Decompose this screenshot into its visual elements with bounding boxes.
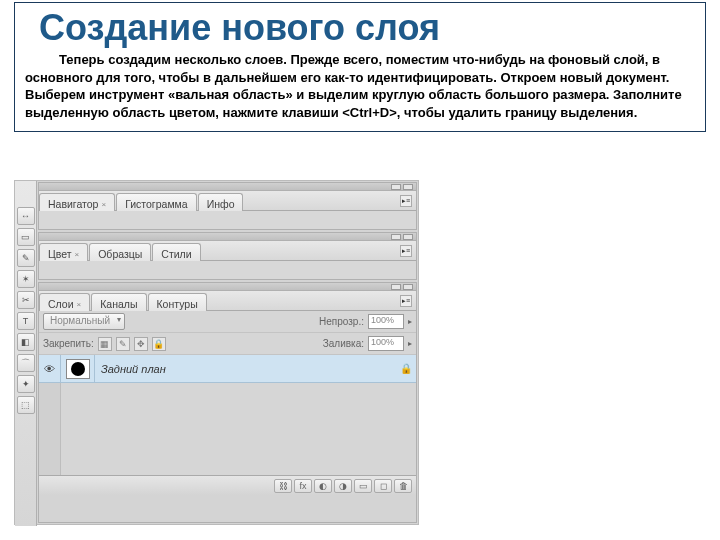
link-layers-icon[interactable]: ⛓ bbox=[274, 479, 292, 493]
adjustment-layer-icon[interactable]: ◑ bbox=[334, 479, 352, 493]
tab-navigator[interactable]: Навигатор× bbox=[39, 193, 115, 211]
close-icon[interactable] bbox=[403, 284, 413, 290]
tab-paths[interactable]: Контуры bbox=[148, 293, 207, 311]
lock-label: Закрепить: bbox=[43, 338, 94, 349]
lock-transparency-icon[interactable]: ▦ bbox=[98, 337, 112, 351]
minimize-icon[interactable] bbox=[391, 234, 401, 240]
delete-layer-icon[interactable]: 🗑 bbox=[394, 479, 412, 493]
tab-color[interactable]: Цвет× bbox=[39, 243, 88, 261]
panel-menu-icon[interactable]: ▸≡ bbox=[400, 245, 412, 257]
lock-position-icon[interactable]: ✥ bbox=[134, 337, 148, 351]
new-layer-icon[interactable]: ◻ bbox=[374, 479, 392, 493]
filled-circle-icon bbox=[71, 362, 85, 376]
tool-button[interactable]: ✶ bbox=[17, 270, 35, 288]
group-icon[interactable]: ▭ bbox=[354, 479, 372, 493]
tab-layers[interactable]: Слои× bbox=[39, 293, 90, 311]
tool-button[interactable]: ✂ bbox=[17, 291, 35, 309]
fill-input[interactable]: 100% bbox=[368, 336, 404, 351]
tab-histogram[interactable]: Гистограмма bbox=[116, 193, 197, 211]
page-description: Теперь создадим несколько слоев. Прежде … bbox=[25, 51, 695, 121]
navigator-panel: Навигатор× Гистограмма Инфо ▸≡ bbox=[38, 182, 417, 230]
close-icon[interactable] bbox=[403, 234, 413, 240]
tab-close-icon[interactable]: × bbox=[77, 300, 82, 309]
page-title: Создание нового слоя bbox=[39, 7, 695, 49]
panel-menu-icon[interactable]: ▸≡ bbox=[400, 195, 412, 207]
tool-button[interactable]: T bbox=[17, 312, 35, 330]
tool-button[interactable]: ⌒ bbox=[17, 354, 35, 372]
blend-mode-select[interactable]: Нормальный bbox=[43, 313, 125, 330]
layer-name-label[interactable]: Задний план bbox=[95, 363, 396, 375]
tab-close-icon[interactable]: × bbox=[101, 200, 106, 209]
lock-all-icon[interactable]: 🔒 bbox=[152, 337, 166, 351]
tool-button[interactable]: ✦ bbox=[17, 375, 35, 393]
color-panel: Цвет× Образцы Стили ▸≡ bbox=[38, 232, 417, 280]
photoshop-panels: ↔ ▭ ✎ ✶ ✂ T ◧ ⌒ ✦ ⬚ Навигатор× Гистограм… bbox=[14, 180, 419, 525]
layer-style-icon[interactable]: fx bbox=[294, 479, 312, 493]
tool-button[interactable]: ↔ bbox=[17, 207, 35, 225]
fill-label: Заливка: bbox=[323, 338, 364, 349]
close-icon[interactable] bbox=[403, 184, 413, 190]
layers-list: 👁 Задний план 🔒 bbox=[39, 355, 416, 475]
tab-channels[interactable]: Каналы bbox=[91, 293, 146, 311]
tab-close-icon[interactable]: × bbox=[75, 250, 80, 259]
minimize-icon[interactable] bbox=[391, 184, 401, 190]
opacity-label: Непрозр.: bbox=[319, 316, 364, 327]
layer-mask-icon[interactable]: ◐ bbox=[314, 479, 332, 493]
layer-row[interactable]: 👁 Задний план 🔒 bbox=[39, 355, 416, 383]
layer-lock-icon: 🔒 bbox=[396, 363, 416, 374]
tool-button[interactable]: ⬚ bbox=[17, 396, 35, 414]
minimize-icon[interactable] bbox=[391, 284, 401, 290]
layers-panel: Слои× Каналы Контуры ▸≡ Нормальный Непро… bbox=[38, 282, 417, 523]
tab-info[interactable]: Инфо bbox=[198, 193, 244, 211]
layer-thumbnail[interactable] bbox=[66, 359, 90, 379]
panel-menu-icon[interactable]: ▸≡ bbox=[400, 295, 412, 307]
visibility-eye-icon[interactable]: 👁 bbox=[44, 363, 55, 375]
tool-button[interactable]: ✎ bbox=[17, 249, 35, 267]
tab-swatches[interactable]: Образцы bbox=[89, 243, 151, 261]
caret-icon[interactable]: ▸ bbox=[408, 339, 412, 348]
caret-icon[interactable]: ▸ bbox=[408, 317, 412, 326]
lock-pixels-icon[interactable]: ✎ bbox=[116, 337, 130, 351]
tool-button[interactable]: ▭ bbox=[17, 228, 35, 246]
tool-button[interactable]: ◧ bbox=[17, 333, 35, 351]
layers-panel-footer: ⛓ fx ◐ ◑ ▭ ◻ 🗑 bbox=[39, 475, 416, 495]
opacity-input[interactable]: 100% bbox=[368, 314, 404, 329]
tools-toolbar: ↔ ▭ ✎ ✶ ✂ T ◧ ⌒ ✦ ⬚ bbox=[15, 181, 37, 526]
tab-styles[interactable]: Стили bbox=[152, 243, 200, 261]
